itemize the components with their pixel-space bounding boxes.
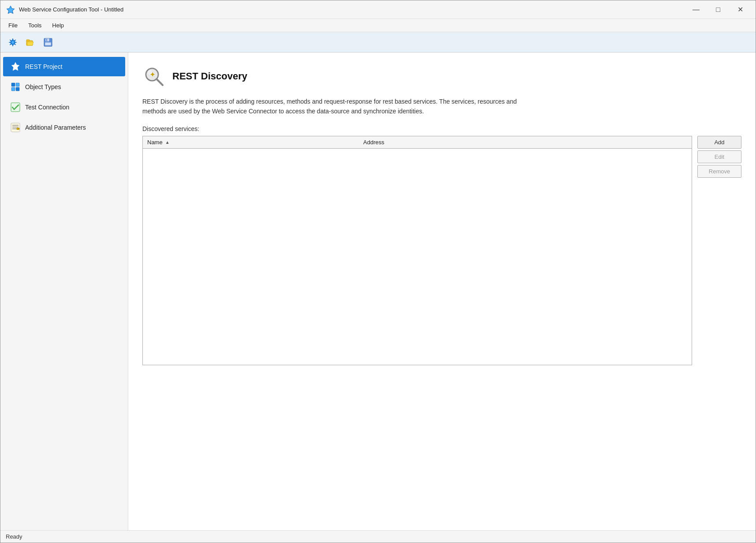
new-icon [8, 37, 18, 47]
save-icon [43, 37, 53, 47]
table-body [143, 149, 692, 361]
svg-rect-12 [11, 83, 15, 86]
window-title: Web Service Configuration Tool - Untitle… [19, 6, 123, 13]
content-panel: ✦ REST Discovery REST Discovery is the p… [128, 52, 756, 530]
discovered-services-label: Discovered services: [142, 125, 741, 132]
title-bar: Web Service Configuration Tool - Untitle… [0, 0, 756, 19]
menu-bar: File Tools Help [0, 19, 756, 32]
svg-rect-13 [16, 83, 19, 86]
content-title: REST Discovery [172, 71, 247, 82]
add-button[interactable]: Add [697, 136, 741, 149]
col-name-label: Name [147, 139, 163, 146]
title-bar-left: Web Service Configuration Tool - Untitle… [6, 5, 123, 15]
sidebar-item-object-types[interactable]: Object Types [3, 77, 125, 97]
menu-file[interactable]: File [4, 21, 22, 30]
object-types-icon [10, 82, 21, 92]
rest-project-icon [10, 61, 21, 72]
toolbar [0, 32, 756, 52]
edit-button[interactable]: Edit [697, 150, 741, 163]
sidebar-item-additional-parameters[interactable]: Additional Parameters [3, 118, 125, 137]
svg-rect-14 [11, 87, 15, 91]
content-description: REST Discovery is the process of adding … [142, 97, 539, 116]
col-name-header[interactable]: Name ▲ [147, 139, 363, 146]
open-button[interactable] [22, 35, 38, 49]
svg-point-3 [11, 41, 14, 44]
svg-rect-8 [45, 42, 51, 45]
svg-line-25 [156, 79, 163, 85]
svg-rect-5 [26, 40, 30, 41]
svg-rect-7 [45, 38, 49, 41]
table-header: Name ▲ Address [143, 136, 692, 149]
open-icon [26, 37, 35, 47]
app-icon [6, 5, 15, 15]
close-button[interactable]: ✕ [730, 3, 750, 16]
col-address-label: Address [363, 139, 384, 146]
action-buttons: Add Edit Remove [697, 136, 741, 178]
status-text: Ready [6, 533, 22, 540]
table-action-area: Name ▲ Address Add Edit Remove [142, 136, 741, 365]
sidebar-item-additional-parameters-label: Additional Parameters [25, 124, 86, 131]
window-controls: — □ ✕ [686, 3, 750, 16]
rest-discovery-icon: ✦ [142, 65, 165, 88]
main-area: REST Project Object Types [0, 52, 756, 530]
svg-text:✦: ✦ [150, 71, 155, 78]
svg-rect-15 [16, 87, 19, 91]
svg-rect-21 [17, 128, 19, 130]
sidebar-item-test-connection-label: Test Connection [25, 104, 69, 111]
content-header: ✦ REST Discovery [142, 65, 741, 88]
services-table: Name ▲ Address [142, 136, 692, 365]
col-address-header[interactable]: Address [363, 139, 687, 146]
sidebar-item-rest-project-label: REST Project [25, 63, 63, 70]
svg-rect-17 [11, 123, 20, 132]
maximize-button[interactable]: □ [708, 3, 728, 16]
menu-help[interactable]: Help [48, 21, 68, 30]
sort-arrow-icon: ▲ [165, 140, 170, 145]
sidebar-item-object-types-label: Object Types [25, 83, 61, 90]
test-connection-icon [10, 102, 21, 112]
sidebar-item-rest-project[interactable]: REST Project [3, 57, 125, 76]
sidebar: REST Project Object Types [0, 52, 128, 530]
additional-parameters-icon [10, 122, 21, 133]
minimize-button[interactable]: — [686, 3, 706, 16]
remove-button[interactable]: Remove [697, 165, 741, 178]
svg-rect-9 [46, 39, 47, 41]
status-bar: Ready [0, 530, 756, 543]
sidebar-item-test-connection[interactable]: Test Connection [3, 97, 125, 117]
svg-point-11 [14, 65, 17, 68]
save-button[interactable] [40, 35, 56, 49]
new-button[interactable] [5, 35, 21, 49]
menu-tools[interactable]: Tools [24, 21, 46, 30]
